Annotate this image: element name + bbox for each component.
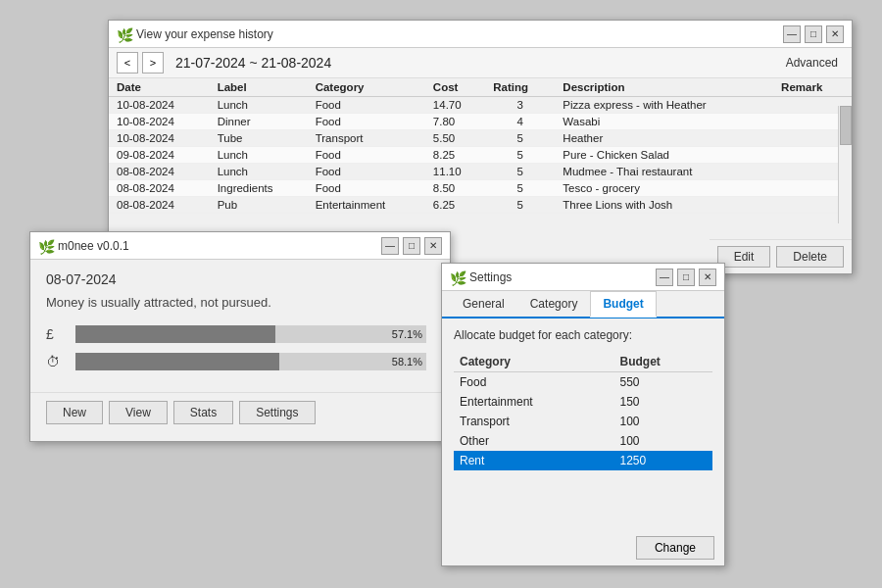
currency-progress-fill [75,325,275,343]
settings-btn[interactable]: Settings [239,401,315,424]
budget-title: Allocate budget for each category: [454,328,712,342]
budget-cell-category: Food [454,372,613,393]
col-remark: Remark [773,78,852,97]
stats-btn[interactable]: Stats [173,401,233,424]
budget-cell-budget: 1250 [613,451,712,470]
clock-icon: ⏱ [46,354,68,369]
expense-table-row[interactable]: 08-08-2024 Lunch Food 11.10 5 Mudmee - T… [109,164,852,180]
cell-cost: 11.10 [425,164,485,180]
main-maximize-btn[interactable]: □ [403,237,420,255]
budget-table-row[interactable]: Rent 1250 [454,451,712,470]
expense-table-row[interactable]: 08-08-2024 Pub Entertainment 6.25 5 Thre… [109,197,852,214]
time-progress-label: 58.1% [392,356,422,368]
cell-date: 08-08-2024 [109,180,210,197]
settings-window-controls: — □ ✕ [656,269,716,286]
col-cost: Cost [425,78,485,97]
tab-budget[interactable]: Budget [590,291,656,318]
advanced-btn[interactable]: Advanced [780,54,844,72]
expense-footer: Edit Delete [710,239,852,273]
main-app-icon: 🌿 [38,239,52,253]
expense-maximize-btn[interactable]: □ [805,25,822,43]
budget-cell-budget: 550 [613,372,712,393]
budget-table-header: Category Budget [454,352,712,372]
col-rating: Rating [485,78,555,97]
change-btn[interactable]: Change [636,536,714,560]
budget-cell-budget: 100 [613,431,712,451]
settings-tabs: General Category Budget [442,291,724,318]
expense-table-row[interactable]: 10-08-2024 Tube Transport 5.50 5 Heather [109,130,852,147]
budget-cell-category: Other [454,431,613,451]
tab-category[interactable]: Category [517,291,591,318]
cell-cost: 14.70 [425,97,485,114]
expense-scrollbar[interactable] [838,106,852,223]
cell-category: Food [308,164,425,180]
cell-date: 10-08-2024 [109,130,210,147]
cell-label: Pub [210,197,308,214]
expense-table-row[interactable]: 10-08-2024 Dinner Food 7.80 4 Wasabi [109,114,852,130]
expense-table-row[interactable]: 10-08-2024 Lunch Food 14.70 3 Pizza expr… [109,97,852,114]
main-minimize-btn[interactable]: — [381,237,399,255]
budget-table-row[interactable]: Food 550 [454,372,712,393]
budget-cell-budget: 150 [613,392,712,412]
cell-description: Pizza express - with Heather [555,97,773,114]
budget-table-row[interactable]: Transport 100 [454,412,712,431]
settings-minimize-btn[interactable]: — [656,269,673,286]
cell-category: Food [308,114,425,130]
cell-cost: 5.50 [425,130,485,147]
currency-progress-bar: 57.1% [75,325,426,343]
expense-table-row[interactable]: 08-08-2024 Ingredients Food 8.50 5 Tesco… [109,180,852,197]
cell-label: Tube [210,130,308,147]
cell-cost: 6.25 [425,197,485,214]
budget-table-row[interactable]: Other 100 [454,431,712,451]
cell-cost: 7.80 [425,114,485,130]
cell-date: 09-08-2024 [109,147,210,164]
settings-title-bar: 🌿 Settings — □ ✕ [442,264,724,291]
settings-window: 🌿 Settings — □ ✕ General Category Budget… [441,263,725,566]
delete-btn[interactable]: Delete [776,246,844,268]
settings-close-btn[interactable]: ✕ [699,269,716,286]
main-window-title: m0nee v0.0.1 [58,239,381,253]
main-title-bar: 🌿 m0nee v0.0.1 — □ ✕ [30,232,450,260]
col-date: Date [109,78,210,97]
time-progress-fill [75,353,279,370]
tab-general[interactable]: General [450,291,517,318]
expense-minimize-btn[interactable]: — [783,25,801,43]
expense-table: Date Label Category Cost Rating Descript… [109,78,852,214]
cell-category: Transport [308,130,425,147]
cell-description: Three Lions with Josh [555,197,773,214]
expense-window-controls: — □ ✕ [783,25,844,43]
col-description: Description [555,78,773,97]
cell-description: Tesco - grocery [555,180,773,197]
currency-icon: £ [46,326,68,342]
new-btn[interactable]: New [46,401,103,424]
cell-description: Heather [555,130,773,147]
main-content: 08-07-2024 Money is usually attracted, n… [30,260,450,388]
cell-label: Lunch [210,164,308,180]
currency-progress-row: £ 57.1% [46,325,434,343]
expense-scrollbar-thumb[interactable] [840,106,852,145]
time-progress-bar: 58.1% [75,353,426,370]
cell-date: 08-08-2024 [109,197,210,214]
view-btn[interactable]: View [109,401,168,424]
main-window: 🌿 m0nee v0.0.1 — □ ✕ 08-07-2024 Money is… [29,231,451,442]
main-window-controls: — □ ✕ [381,237,442,255]
cell-rating: 5 [485,180,555,197]
cell-date: 10-08-2024 [109,97,210,114]
settings-maximize-btn[interactable]: □ [677,269,695,286]
cell-category: Food [308,147,425,164]
budget-cell-category: Entertainment [454,392,613,412]
expense-window-title: View your expense history [136,27,783,41]
budget-cell-category: Rent [454,451,613,470]
prev-btn[interactable]: < [117,52,138,74]
cell-rating: 3 [485,97,555,114]
expense-close-btn[interactable]: ✕ [826,25,844,43]
budget-col-budget: Budget [613,352,712,372]
cell-date: 08-08-2024 [109,164,210,180]
date-range: 21-07-2024 ~ 21-08-2024 [175,55,331,71]
main-close-btn[interactable]: ✕ [424,237,442,255]
budget-table-row[interactable]: Entertainment 150 [454,392,712,412]
expense-toolbar: < > 21-07-2024 ~ 21-08-2024 Advanced [109,48,852,78]
cell-category: Food [308,180,425,197]
next-btn[interactable]: > [142,52,164,74]
expense-table-row[interactable]: 09-08-2024 Lunch Food 8.25 5 Pure - Chic… [109,147,852,164]
